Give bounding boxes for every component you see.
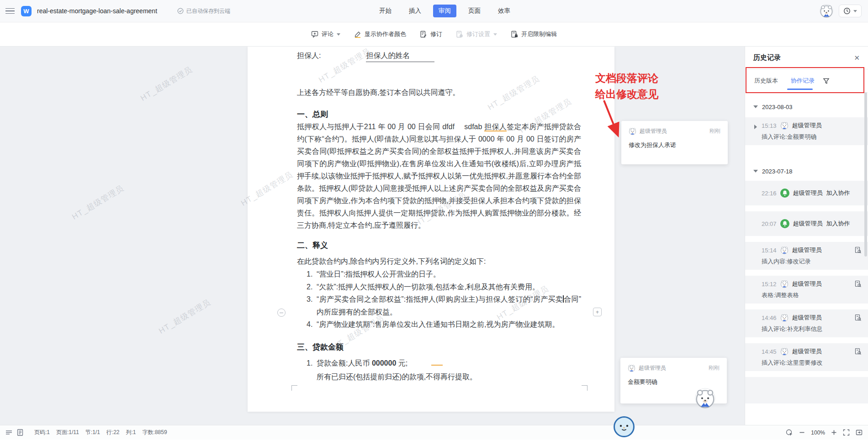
pen-color-icon [354,31,361,38]
revision-settings-button[interactable]: 修订设置 [456,30,497,38]
select-translate-icon[interactable] [786,429,793,436]
entry-time: 15:12 [762,281,777,288]
history-entry[interactable]: 15:13 超级管理员 插入评论:金额要明确 [745,117,868,145]
restrict-editing-label: 开启限制编辑 [521,30,557,38]
restrict-editing-button[interactable]: 开启限制编辑 [511,30,557,38]
tab-page[interactable]: 页面 [463,5,486,17]
close-icon[interactable]: ✕ [854,54,860,62]
revise-settings-icon [456,31,463,38]
tab-review[interactable]: 审阅 [433,5,456,17]
view-detail-button[interactable] [854,280,862,288]
history-entry[interactable]: 14:45 超级管理员 插入评论:这里需要修改 [745,343,868,371]
tab-history-versions[interactable]: 历史版本 [754,77,778,85]
fit-page-icon[interactable] [856,429,863,436]
section-1-title: 一、总则 [297,108,581,120]
tab-home[interactable]: 开始 [374,5,397,17]
logo-letter: W [23,8,29,15]
join-collaboration-icon [780,189,789,198]
entry-avatar [780,246,789,254]
word-count-icon[interactable] [17,429,23,436]
commenter-avatar [628,364,635,372]
history-entry[interactable]: 15:14 超级管理员 插入内容:修改记录 [745,242,868,270]
add-comment-indicator-icon[interactable]: + [593,308,602,316]
history-tabs: 历史版本 协作记录 [745,69,868,93]
view-detail-button[interactable] [854,348,862,355]
comment-button[interactable]: 评论 [311,30,340,38]
collapse-paragraph-icon[interactable] [277,309,286,317]
commenter-name: 超级管理员 [639,364,666,372]
view-detail-button[interactable] [854,246,862,254]
comment-card[interactable]: 超级管理员 刚刚 修改为担保人承诺 [621,121,728,164]
assistant-avatar[interactable] [613,416,635,438]
zoom-in-button[interactable] [831,430,837,435]
definition-item: “房产物业建筑期”:售房单位发出入住通知书日期之前,视为房产物业建筑期。 [317,318,581,331]
document-title[interactable]: real-estate-mortgage-loan-sale-agreement [37,7,157,15]
caret-down-icon [753,170,758,173]
definition-item: “欠款”:抵押人欠抵押权人的一切款项,包括本金,利息及其他有关费用。 [317,281,581,293]
history-panel: 历史记录 ✕ 历史版本 协作记录 2023-08-03 [745,47,868,425]
history-entry[interactable]: 15:12 超级管理员 表格:调整表格 [745,276,868,304]
collaborator-colors-button[interactable]: 显示协作者颜色 [354,30,406,38]
section-2-intro: 在此贷款合约内,除合约内另行定义外,下列名词的定义如下: [297,255,581,267]
date-label: 2023-08-03 [762,104,793,110]
tab-insert[interactable]: 插入 [403,5,427,17]
entry-time: 14:46 [762,314,777,321]
zoom-level[interactable]: 100% [811,430,825,436]
comment-text: 修改为担保人承诺 [629,141,720,149]
definition-item: “营业日”:指抵押权人公开营业的日子。 [317,268,581,281]
zoom-out-button[interactable] [799,430,805,435]
comment-header: 超级管理员 刚刚 [629,127,720,135]
entry-detail: 表格:调整表格 [762,291,862,299]
annotation-line: 文档段落评论 [595,70,658,86]
history-panel-header: 历史记录 ✕ [745,47,868,69]
guarantor-name: 担保人的姓名 [366,49,434,62]
filter-button[interactable] [823,78,830,84]
tab-collaboration-records[interactable]: 协作记录 [791,77,815,85]
comment-anchor-text: 担保人 [484,123,507,131]
workspace: HT_超级管理员 HT_超级管理员 HT_超级管理员 HT_超级管理员 HT_超… [0,47,868,425]
entry-user: 超级管理员 [793,189,823,197]
history-entry[interactable] [745,377,868,403]
history-entry[interactable]: 22:16 超级管理员 加入协作 [745,181,868,205]
fullscreen-icon[interactable] [843,429,850,436]
history-button[interactable] [839,5,862,17]
collaborator-avatar [695,388,715,409]
main-menu-icon[interactable] [5,6,15,16]
entry-user: 超级管理员 [792,314,822,322]
history-entry[interactable]: 14:46 超级管理员 插入评论:补充利率信息 [745,309,868,337]
menu-lines-icon[interactable] [5,429,12,436]
document-page[interactable]: 担保人: 担保人的姓名 上述各方经平等自愿协商,签订本合同以共同遵守。 一、总则… [248,47,614,412]
scrollbar[interactable] [864,92,867,257]
entry-detail: 插入内容:修改记录 [762,257,862,266]
status-column: 列:1 [126,429,136,436]
date-group-header[interactable]: 2023-07-18 [745,164,868,178]
watermark: HT_超级管理员 [70,183,126,222]
view-record-icon [854,246,862,254]
loan-amount-list: 贷款金额:人民币 000000 元; [297,357,581,370]
app-window: W real-estate-mortgage-loan-sale-agreeme… [0,0,868,440]
loan-note: 所有已归还(包括提前归还)的款项,不得再行提取。 [317,371,582,383]
entry-time: 15:14 [762,247,777,254]
status-page-number: 页码:1 [34,429,50,436]
track-changes-button[interactable]: 修订 [420,30,442,38]
tab-efficiency[interactable]: 效率 [492,5,516,17]
entry-user: 超级管理员 [792,280,822,288]
commenter-avatar [629,127,636,135]
user-avatar[interactable] [820,4,833,18]
section-3-title: 三、贷款金额 [297,341,581,353]
view-detail-button[interactable] [854,314,862,321]
loan-amount-item: 贷款金额:人民币 000000 元; [317,357,581,370]
history-panel-title: 历史记录 [753,53,781,62]
app-logo[interactable]: W [21,6,32,16]
pledge-line: 上述各方经平等自愿协商,签订本合同以共同遵守。 [297,86,581,99]
history-entry[interactable]: 20:07 超级管理员 加入协作 [745,211,868,236]
date-group-header[interactable]: 2023-08-03 [745,100,868,114]
entry-time: 15:13 [762,122,777,129]
commenter-name: 超级管理员 [640,127,667,135]
entry-time: 22:16 [762,190,777,197]
join-collaboration-icon [780,219,789,228]
loan-unit: 元 [396,359,405,367]
expand-icon[interactable] [754,125,757,129]
entry-user: 超级管理员 [792,246,822,254]
entry-time: 20:07 [762,220,777,227]
